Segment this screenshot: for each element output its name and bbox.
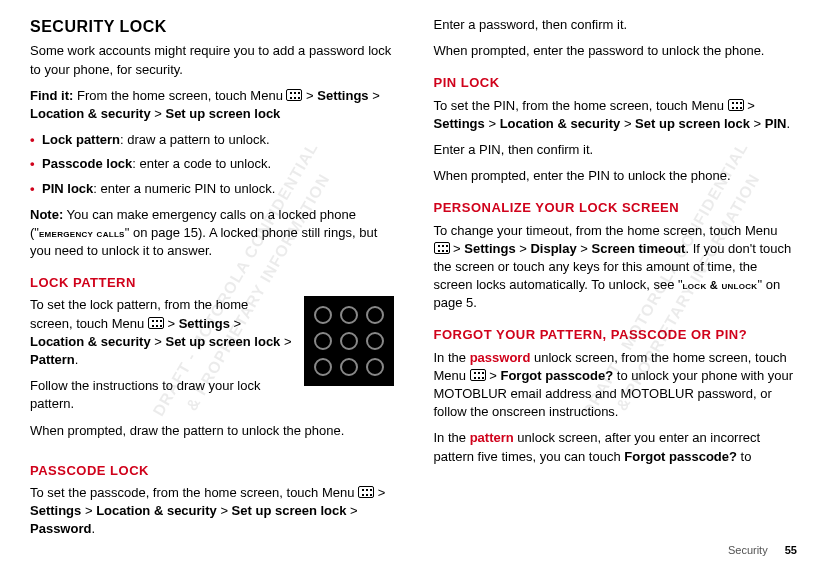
pattern-dot	[340, 358, 358, 376]
nav-settings: Settings	[434, 116, 485, 131]
pattern-grid	[304, 296, 394, 386]
nav-setup-screen-lock: Set up screen lock	[165, 106, 280, 121]
nav-settings: Settings	[317, 88, 368, 103]
heading-pin-lock: PIN lock	[434, 74, 798, 92]
forgot-password-text: In the password unlock screen, from the …	[434, 349, 798, 422]
intro-text: Some work accounts might require you to …	[30, 42, 394, 78]
nav-settings: Settings	[179, 316, 230, 331]
passcode-instructions: To set the passcode, from the home scree…	[30, 484, 394, 539]
text: >	[750, 116, 765, 131]
text: >	[81, 503, 96, 518]
text: Enter a PIN, then confirm it.	[434, 141, 798, 159]
nav-settings: Settings	[30, 503, 81, 518]
note-label: Note:	[30, 207, 63, 222]
heading-security-lock: Security lock	[30, 16, 394, 38]
pattern-dot	[340, 306, 358, 324]
text: >	[516, 241, 531, 256]
page-content: Security lock Some work accounts might r…	[0, 0, 827, 547]
find-it-line: Find it: From the home screen, touch Men…	[30, 87, 394, 123]
nav-setup-screen-lock: Set up screen lock	[165, 334, 280, 349]
footer-section: Security	[728, 544, 768, 556]
heading-passcode-lock: Passcode lock	[30, 462, 394, 480]
list-item: Lock pattern: draw a pattern to unlock.	[30, 131, 394, 149]
lock-options-list: Lock pattern: draw a pattern to unlock. …	[30, 131, 394, 198]
note-text: Note: You can make emergency calls on a …	[30, 206, 394, 261]
xref-emergency-calls: emergency calls	[39, 227, 125, 239]
pattern-dot	[340, 332, 358, 350]
option-lock-pattern: Lock pattern	[42, 132, 120, 147]
nav-location-security: Location & security	[500, 116, 621, 131]
nav-screen-timeout: Screen timeout	[592, 241, 686, 256]
text: >	[230, 316, 241, 331]
nav-location-security: Location & security	[30, 334, 151, 349]
nav-pattern: Pattern	[30, 352, 75, 367]
lock-pattern-section: To set the lock pattern, from the home s…	[30, 296, 394, 447]
heading-lock-pattern: Lock pattern	[30, 274, 394, 292]
text: : enter a code to unlock.	[132, 156, 271, 171]
text: >	[217, 503, 232, 518]
text: In the	[434, 430, 470, 445]
menu-icon	[470, 369, 486, 381]
text: : draw a pattern to unlock.	[120, 132, 270, 147]
menu-icon	[728, 99, 744, 111]
xref-lock-unlock: lock & unlock	[683, 279, 758, 291]
menu-icon	[148, 317, 164, 329]
nav-setup-screen-lock: Set up screen lock	[635, 116, 750, 131]
text: To change your timeout, from the home sc…	[434, 223, 778, 238]
heading-forgot: Forgot your pattern, passcode or PIN?	[434, 326, 798, 344]
text: When prompted, draw the pattern to unloc…	[30, 422, 394, 440]
text: To set the passcode, from the home scree…	[30, 485, 358, 500]
text: >	[151, 106, 166, 121]
pin-instructions: To set the PIN, from the home screen, to…	[434, 97, 798, 133]
text: .	[786, 116, 790, 131]
text: : enter a numeric PIN to unlock.	[93, 181, 275, 196]
pattern-dot	[314, 332, 332, 350]
right-column: Enter a password, then confirm it. When …	[434, 16, 798, 547]
text: >	[485, 116, 500, 131]
text: to	[737, 449, 751, 464]
text: >	[151, 334, 166, 349]
page-footer: Security 55	[728, 543, 797, 558]
find-it-label: Find it:	[30, 88, 73, 103]
personalize-instructions: To change your timeout, from the home sc…	[434, 222, 798, 313]
text: >	[346, 503, 357, 518]
nav-location-security: Location & security	[30, 106, 151, 121]
forgot-pattern-text: In the pattern unlock screen, after you …	[434, 429, 798, 465]
pattern-dot	[314, 306, 332, 324]
keyword-password: password	[470, 350, 531, 365]
page-number: 55	[785, 544, 797, 556]
text: .	[75, 352, 79, 367]
text: When prompted, enter the PIN to unlock t…	[434, 167, 798, 185]
menu-icon	[358, 486, 374, 498]
option-passcode-lock: Passcode lock	[42, 156, 132, 171]
text: From the home screen, touch Menu	[73, 88, 286, 103]
text: >	[302, 88, 317, 103]
left-column: Security lock Some work accounts might r…	[30, 16, 394, 547]
nav-display: Display	[530, 241, 576, 256]
pattern-dot	[366, 358, 384, 376]
pattern-dot	[366, 332, 384, 350]
list-item: PIN lock: enter a numeric PIN to unlock.	[30, 180, 394, 198]
list-item: Passcode lock: enter a code to unlock.	[30, 155, 394, 173]
text: >	[744, 98, 755, 113]
text: .	[91, 521, 95, 536]
nav-forgot-passcode: Forgot passcode?	[624, 449, 737, 464]
text: >	[486, 368, 501, 383]
text: >	[164, 316, 179, 331]
text: To set the PIN, from the home screen, to…	[434, 98, 728, 113]
nav-pin: PIN	[765, 116, 787, 131]
pattern-illustration	[304, 296, 394, 386]
text: >	[280, 334, 291, 349]
text: When prompted, enter the password to unl…	[434, 42, 798, 60]
nav-setup-screen-lock: Set up screen lock	[232, 503, 347, 518]
text: >	[450, 241, 465, 256]
keyword-pattern: pattern	[470, 430, 514, 445]
text: >	[620, 116, 635, 131]
nav-forgot-passcode: Forgot passcode?	[500, 368, 613, 383]
pattern-dot	[366, 306, 384, 324]
nav-location-security: Location & security	[96, 503, 217, 518]
menu-icon	[434, 242, 450, 254]
heading-personalize-lock-screen: Personalize your lock screen	[434, 199, 798, 217]
option-pin-lock: PIN lock	[42, 181, 93, 196]
text: Enter a password, then confirm it.	[434, 16, 798, 34]
